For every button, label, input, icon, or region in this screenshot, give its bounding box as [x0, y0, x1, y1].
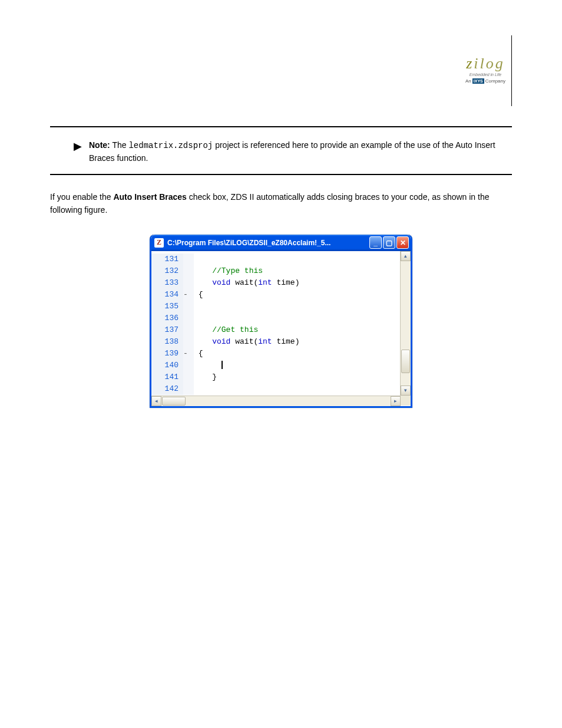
line-number: 137 — [151, 324, 183, 336]
code-text: { — [194, 348, 400, 360]
feature-name: Auto Insert Braces — [113, 192, 186, 202]
fold-gutter — [183, 383, 194, 395]
logo-tagline: Embedded in Life — [459, 73, 512, 77]
line-number: 133 — [151, 277, 183, 289]
scroll-left-button[interactable]: ◂ — [151, 396, 161, 406]
scroll-down-button[interactable]: ▾ — [401, 386, 411, 396]
code-line: 137 //Get this — [151, 324, 400, 336]
vertical-scrollbar[interactable]: ▴ ▾ — [400, 251, 411, 396]
scroll-right-button[interactable]: ▸ — [391, 396, 401, 406]
editor-window: Z C:\Program Files\ZiLOG\ZDSII_eZ80Accla… — [150, 235, 412, 408]
hr-bottom — [50, 174, 512, 175]
fold-gutter — [183, 265, 194, 277]
code-area[interactable]: 131 132 //Type this133 void wait(int tim… — [151, 251, 400, 396]
fold-gutter[interactable]: - — [183, 348, 194, 360]
body-paragraph: If you enable the Auto Insert Braces che… — [50, 190, 510, 217]
logo-letter-z: z — [466, 55, 474, 72]
line-number: 135 — [151, 301, 183, 312]
line-number: 138 — [151, 336, 183, 348]
line-number: 139 — [151, 348, 183, 360]
code-line: 132 //Type this — [151, 265, 400, 277]
code-text — [194, 301, 400, 312]
note-block: ▶ Note: The ledmatrix.zdsproj project is… — [50, 136, 512, 166]
line-number: 132 — [151, 265, 183, 277]
note-label: Note: — [89, 140, 110, 150]
text-cursor — [222, 361, 223, 369]
code-text: //Type this — [194, 265, 400, 277]
fold-gutter — [183, 312, 194, 324]
code-text — [194, 312, 400, 324]
fold-gutter — [183, 301, 194, 312]
line-number: 142 — [151, 383, 183, 395]
code-text — [194, 253, 400, 265]
code-text: } — [194, 371, 400, 383]
line-number: 134 — [151, 289, 183, 301]
line-number: 141 — [151, 371, 183, 383]
line-number: 136 — [151, 312, 183, 324]
code-text — [194, 383, 400, 395]
fold-gutter — [183, 277, 194, 289]
window-title: C:\Program Files\ZiLOG\ZDSII_eZ80Acclaim… — [167, 239, 366, 247]
code-text: //Get this — [194, 324, 400, 336]
ixys-badge: IXYS — [472, 78, 484, 84]
scroll-thumb-horizontal[interactable] — [162, 397, 186, 406]
horizontal-scrollbar[interactable]: ◂ ▸ — [151, 396, 401, 406]
line-number: 131 — [151, 253, 183, 265]
code-line: 134- { — [151, 289, 400, 301]
logo-brand-rest: ilog — [474, 55, 504, 72]
line-number: 140 — [151, 360, 183, 371]
fold-gutter — [183, 371, 194, 383]
code-text — [194, 360, 400, 371]
scroll-thumb-vertical[interactable] — [401, 350, 410, 373]
scroll-track-vertical[interactable] — [401, 261, 411, 386]
code-line: 141 } — [151, 371, 400, 383]
fold-gutter — [183, 360, 194, 371]
code-line: 140 — [151, 360, 400, 371]
scroll-up-button[interactable]: ▴ — [401, 251, 411, 261]
logo-subline: An IXYS Company — [459, 78, 512, 84]
app-icon: Z — [154, 238, 164, 248]
code-line: 139- { — [151, 348, 400, 360]
fold-gutter — [183, 253, 194, 265]
fold-gutter — [183, 336, 194, 348]
code-text: void wait(int time) — [194, 277, 400, 289]
note-text: Note: The ledmatrix.zdsproj project is r… — [89, 139, 512, 164]
scroll-track-horizontal[interactable] — [161, 396, 391, 406]
scroll-corner — [401, 396, 411, 406]
maximize-button[interactable]: ▢ — [383, 236, 395, 249]
code-line: 142 — [151, 383, 400, 395]
code-line: 133 void wait(int time) — [151, 277, 400, 289]
titlebar[interactable]: Z C:\Program Files\ZiLOG\ZDSII_eZ80Accla… — [151, 235, 411, 251]
fold-gutter[interactable]: - — [183, 289, 194, 301]
minimize-button[interactable]: _ — [369, 236, 382, 249]
code-line: 136 — [151, 312, 400, 324]
code-line: 135 — [151, 301, 400, 312]
hr-top — [50, 126, 512, 127]
editor-body: 131 132 //Type this133 void wait(int tim… — [151, 251, 411, 396]
code-text: { — [194, 289, 400, 301]
code-text: void wait(int time) — [194, 336, 400, 348]
close-button[interactable]: ✕ — [396, 236, 409, 249]
note-arrow-icon: ▶ — [74, 139, 82, 153]
note-filename: ledmatrix.zdsproj — [128, 141, 213, 150]
brand-logo: zilog Embedded in Life An IXYS Company — [459, 56, 512, 84]
code-line: 138 void wait(int time) — [151, 336, 400, 348]
fold-gutter — [183, 324, 194, 336]
code-line: 131 — [151, 253, 400, 265]
